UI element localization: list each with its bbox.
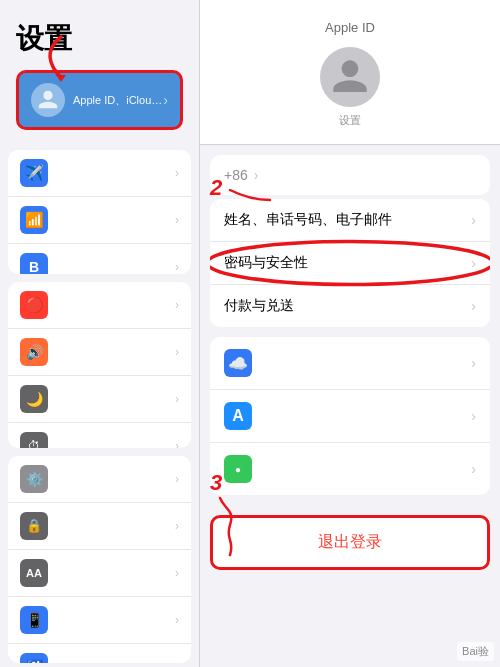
chevron-icon: › xyxy=(175,166,179,180)
phone-section: +86 › xyxy=(210,155,490,195)
chevron-icon: › xyxy=(175,566,179,580)
appstore-icon: A xyxy=(224,402,252,430)
display-icon: AA xyxy=(20,559,48,587)
sidebar-item-wifi[interactable]: 📶 › xyxy=(8,197,191,244)
services-section: ☁️ › A › ● › xyxy=(210,337,490,495)
chevron-icon: › xyxy=(175,472,179,486)
sidebar-section-connectivity: ✈️ › 📶 › B › xyxy=(8,150,191,274)
sidebar: 设置 Apple ID、iCloud、iTunes与App... › ✈️ › … xyxy=(0,0,200,667)
apple-id-header-label: Apple ID xyxy=(325,20,375,35)
findmy-item[interactable]: ● › xyxy=(210,443,490,495)
sidebar-item-notifications[interactable]: 🔴 › xyxy=(8,282,191,329)
sidebar-item-airplane[interactable]: ✈️ › xyxy=(8,150,191,197)
payment-label: 付款与兑送 xyxy=(224,297,471,315)
apple-id-header: Apple ID 设置 xyxy=(200,0,500,145)
payment-item[interactable]: 付款与兑送 › xyxy=(210,285,490,327)
dnd-icon: 🌙 xyxy=(20,385,48,413)
logout-button[interactable]: 退出登录 xyxy=(210,515,490,570)
sidebar-item-general[interactable]: ⚙️ › xyxy=(8,456,191,503)
sidebar-item-privacy[interactable]: 🔒 › xyxy=(8,503,191,550)
phone-chevron-icon: › xyxy=(254,167,259,183)
sidebar-item-homescreen[interactable]: 📱 › xyxy=(8,597,191,644)
name-phone-email-label: 姓名、串话号码、电子邮件 xyxy=(224,211,471,229)
name-phone-email-item[interactable]: 姓名、串话号码、电子邮件 › xyxy=(210,199,490,242)
sidebar-section-general: ⚙️ › 🔒 › AA › 📱 › ♿ › xyxy=(8,456,191,663)
appstore-item[interactable]: A › xyxy=(210,390,490,443)
privacy-icon: 🔒 xyxy=(20,512,48,540)
wifi-icon: 📶 xyxy=(20,206,48,234)
chevron-icon: › xyxy=(175,298,179,312)
chevron-icon: › xyxy=(175,439,179,448)
right-panel: Apple ID 设置 +86 › 姓名、串话号码、电子邮件 › 密码与安全性 … xyxy=(200,0,500,667)
apple-id-large-avatar xyxy=(320,47,380,107)
chevron-icon: › xyxy=(175,392,179,406)
chevron-icon: › xyxy=(471,355,476,371)
homescreen-icon: 📱 xyxy=(20,606,48,634)
airplane-icon: ✈️ xyxy=(20,159,48,187)
chevron-icon: › xyxy=(471,408,476,424)
password-security-item[interactable]: 密码与安全性 › xyxy=(210,242,490,285)
chevron-icon: › xyxy=(471,212,476,228)
chevron-icon: › xyxy=(471,255,476,271)
chevron-icon: › xyxy=(175,213,179,227)
icloud-icon: ☁️ xyxy=(224,349,252,377)
findmy-icon: ● xyxy=(224,455,252,483)
apple-id-avatar xyxy=(31,83,65,117)
notifications-icon: 🔴 xyxy=(20,291,48,319)
bluetooth-icon: B xyxy=(20,253,48,274)
chevron-icon: › xyxy=(175,345,179,359)
settings-title: 设置 xyxy=(0,0,199,70)
password-security-label: 密码与安全性 xyxy=(224,254,471,272)
logout-section: 退出登录 xyxy=(210,515,490,570)
watermark: Bai验 xyxy=(457,642,494,661)
sounds-icon: 🔊 xyxy=(20,338,48,366)
sidebar-item-accessibility[interactable]: ♿ › xyxy=(8,644,191,663)
chevron-icon: › xyxy=(471,461,476,477)
logout-label: 退出登录 xyxy=(318,533,382,550)
sidebar-section-notifications: 🔴 › 🔊 › 🌙 › ⏱ › xyxy=(8,282,191,448)
chevron-icon: › xyxy=(175,660,179,663)
chevron-icon: › xyxy=(175,613,179,627)
sidebar-item-screentime[interactable]: ⏱ › xyxy=(8,423,191,448)
avatar-sub-text: 设置 xyxy=(339,113,361,128)
apple-id-text: Apple ID、iCloud、iTunes与App... xyxy=(73,93,163,108)
apple-id-chevron-icon: › xyxy=(163,92,168,108)
accessibility-icon: ♿ xyxy=(20,653,48,663)
chevron-icon: › xyxy=(471,298,476,314)
sidebar-item-dnd[interactable]: 🌙 › xyxy=(8,376,191,423)
screentime-icon: ⏱ xyxy=(20,432,48,448)
chevron-icon: › xyxy=(175,519,179,533)
sidebar-item-bluetooth[interactable]: B › xyxy=(8,244,191,274)
icloud-item[interactable]: ☁️ › xyxy=(210,337,490,390)
phone-prefix: +86 xyxy=(224,167,248,183)
apple-id-row[interactable]: Apple ID、iCloud、iTunes与App... › xyxy=(16,70,183,130)
sidebar-item-display[interactable]: AA › xyxy=(8,550,191,597)
phone-item[interactable]: +86 › xyxy=(210,155,490,195)
sidebar-item-sounds[interactable]: 🔊 › xyxy=(8,329,191,376)
general-icon: ⚙️ xyxy=(20,465,48,493)
main-menu-section: 姓名、串话号码、电子邮件 › 密码与安全性 › 付款与兑送 › xyxy=(210,199,490,327)
chevron-icon: › xyxy=(175,260,179,274)
